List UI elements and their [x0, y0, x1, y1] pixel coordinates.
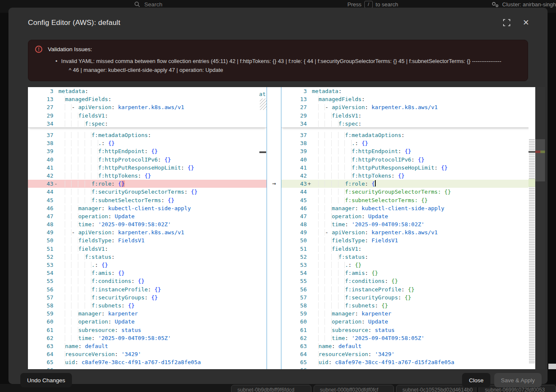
- code-text: operation: Update: [58, 318, 135, 326]
- code-line[interactable]: 52 f:status:: [281, 253, 545, 261]
- code-text: f:httpPutResponseHopLimit: {}: [58, 164, 194, 172]
- code-line[interactable]: 45 f:subnetSelectorTerms: {}: [28, 196, 267, 204]
- code-line[interactable]: 64 resourceVersion: '3429': [28, 350, 267, 358]
- code-line[interactable]: 47 operation: Update: [28, 212, 267, 220]
- code-line[interactable]: 50 fieldsType: FieldsV1: [281, 236, 545, 244]
- code-line[interactable]: 39 f:httpEndpoint: {}: [281, 147, 545, 155]
- code-line[interactable]: 53 .: {}: [281, 261, 545, 269]
- line-number: 53: [281, 261, 307, 269]
- code-line[interactable]: 40 f:httpProtocolIPv6: {}: [281, 156, 545, 164]
- code-line[interactable]: 66spec:: [281, 366, 545, 369]
- code-line[interactable]: 56 f:instanceProfile: {}: [28, 285, 267, 293]
- scrollbar-slider[interactable]: [535, 139, 545, 181]
- code-line[interactable]: 63 name: default: [28, 342, 267, 350]
- code-line[interactable]: 65 uid: c8afe97e-38cc-4f91-a767-d15f2a8f…: [281, 358, 545, 366]
- code-text: time: '2025-09-04T09:58:05Z': [58, 334, 171, 342]
- code-line[interactable]: 61 subresource: status: [281, 326, 545, 334]
- code-line[interactable]: 62 time: '2025-09-04T09:58:05Z': [281, 334, 545, 342]
- code-line[interactable]: 59 manager: karpenter: [281, 310, 545, 318]
- cluster-icon: [491, 1, 499, 8]
- code-line[interactable]: 62 time: '2025-09-04T09:58:05Z': [28, 334, 267, 342]
- code-line[interactable]: 41 f:httpPutResponseHopLimit: {}: [28, 164, 267, 172]
- undo-changes-button[interactable]: Undo Changes: [20, 373, 72, 387]
- revert-change-arrow[interactable]: →: [267, 180, 281, 188]
- code-text: f:role: {}: [58, 180, 125, 188]
- code-line[interactable]: 37 f:metadataOptions:: [28, 131, 267, 139]
- overview-ruler[interactable]: [535, 87, 545, 369]
- code-line[interactable]: 48 time: '2025-09-04T09:58:02Z': [28, 220, 267, 228]
- minimap[interactable]: [528, 87, 535, 369]
- fold-widget-fragment[interactable]: at: [259, 91, 266, 97]
- code-line[interactable]: 53 .: {}: [28, 261, 267, 269]
- code-text: resourceVersion: '3429': [58, 350, 141, 358]
- line-number: 37: [28, 131, 53, 139]
- close-button[interactable]: Close: [462, 373, 490, 387]
- code-line[interactable]: 60 operation: Update: [281, 318, 545, 326]
- code-line[interactable]: 54 f:amis: {}: [28, 269, 267, 277]
- diff-line-marker: [53, 310, 58, 318]
- code-line[interactable]: 27 - apiVersion: karpenter.k8s.aws/v1: [28, 103, 267, 111]
- code-line[interactable]: 42 f:httpTokens: {}: [281, 172, 545, 180]
- code-line[interactable]: 60 operation: Update: [28, 318, 267, 326]
- diff-line-marker: [53, 172, 58, 180]
- code-line[interactable]: 39 f:httpEndpoint: {}: [28, 147, 267, 155]
- code-line[interactable]: 57 f:securityGroups: {}: [28, 293, 267, 302]
- code-line[interactable]: 43+ f:role: {: [281, 180, 545, 188]
- code-line[interactable]: 42 f:httpTokens: {}: [28, 172, 267, 180]
- code-line[interactable]: 48 time: '2025-09-04T09:58:02Z': [281, 220, 545, 228]
- code-line[interactable]: 54 f:amis: {}: [281, 269, 545, 277]
- code-line[interactable]: 56 f:instanceProfile: {}: [281, 285, 545, 293]
- code-line[interactable]: 55 f:conditions: {}: [281, 277, 545, 285]
- search-input[interactable]: Search: [144, 1, 162, 8]
- line-number: 29: [28, 112, 53, 120]
- code-line[interactable]: 43- f:role: {}: [28, 180, 267, 188]
- code-line[interactable]: 57 f:securityGroups: {}: [281, 293, 545, 302]
- code-line[interactable]: 38 .: {}: [281, 139, 545, 147]
- code-line[interactable]: 58 f:subnets: {}: [28, 302, 267, 310]
- close-icon[interactable]: ×: [521, 18, 531, 27]
- code-line[interactable]: 44 f:securityGroupSelectorTerms: {}: [28, 188, 267, 196]
- code-line[interactable]: 44 f:securityGroupSelectorTerms: {}: [281, 188, 545, 196]
- code-line[interactable]: 34 f:spec:: [28, 120, 267, 128]
- code-line[interactable]: 41 f:httpPutResponseHopLimit: {}: [281, 164, 545, 172]
- diff-pane-original[interactable]: 37 f:metadataOptions:38 .: {}39 f:httpEn…: [28, 87, 267, 369]
- line-number: 45: [28, 196, 53, 204]
- code-line[interactable]: 37 f:metadataOptions:: [281, 131, 545, 139]
- diff-pane-modified[interactable]: 37 f:metadataOptions:38 .: {}39 f:httpEn…: [281, 87, 545, 369]
- code-line[interactable]: 66spec:: [28, 366, 267, 369]
- save-apply-button[interactable]: Save & Apply: [494, 373, 542, 387]
- code-line[interactable]: 13 managedFields:: [28, 95, 267, 103]
- code-line[interactable]: 64 resourceVersion: '3429': [281, 350, 545, 358]
- code-line[interactable]: 52 f:status:: [28, 253, 267, 261]
- code-line[interactable]: 40 f:httpProtocolIPv6: {}: [28, 156, 267, 164]
- code-line[interactable]: 59 manager: karpenter: [28, 310, 267, 318]
- sticky-scroll-original: 3metadata:13 managedFields:27 - apiVersi…: [28, 87, 267, 128]
- code-line[interactable]: 51 fieldsV1:: [281, 245, 545, 253]
- code-line[interactable]: 3metadata:: [281, 87, 545, 95]
- code-line[interactable]: 63 name: default: [281, 342, 545, 350]
- code-line[interactable]: 29 fieldsV1:: [28, 112, 267, 120]
- code-line[interactable]: 47 operation: Update: [281, 212, 545, 220]
- fullscreen-icon[interactable]: [502, 18, 511, 27]
- code-line[interactable]: 61 subresource: status: [28, 326, 267, 334]
- diff-line-marker: [53, 350, 58, 358]
- code-line[interactable]: 46 manager: kubectl-client-side-apply: [281, 204, 545, 212]
- code-line[interactable]: 46 manager: kubectl-client-side-apply: [28, 204, 267, 212]
- code-line[interactable]: 50 fieldsType: FieldsV1: [28, 236, 267, 244]
- code-line[interactable]: 49 - apiVersion: karpenter.k8s.aws/v1: [281, 228, 545, 236]
- code-line[interactable]: 45 f:subnetSelectorTerms: {}: [281, 196, 545, 204]
- code-line[interactable]: 34 f:spec:: [281, 120, 545, 128]
- code-line[interactable]: 38 .: {}: [28, 139, 267, 147]
- code-line[interactable]: 3metadata:: [28, 87, 267, 95]
- code-line[interactable]: 55 f:conditions: {}: [28, 277, 267, 285]
- code-line[interactable]: 29 fieldsV1:: [281, 112, 545, 120]
- code-line[interactable]: 51 fieldsV1:: [28, 245, 267, 253]
- code-text: time: '2025-09-04T09:58:02Z': [312, 220, 424, 228]
- code-line[interactable]: 49 - apiVersion: karpenter.k8s.aws/v1: [28, 228, 267, 236]
- code-line[interactable]: 13 managedFields:: [281, 95, 545, 103]
- code-line[interactable]: 65 uid: c8afe97e-38cc-4f91-a767-d15f2a8f…: [28, 358, 267, 366]
- code-line[interactable]: 58 f:subnets: {}: [281, 302, 545, 310]
- config-editor-dialog: Config Editor (AWS): default × ! Validat…: [8, 8, 548, 384]
- code-line[interactable]: 27 - apiVersion: karpenter.k8s.aws/v1: [281, 103, 545, 111]
- validation-message-line1: Invalid YAML: missed comma between flow …: [61, 58, 501, 64]
